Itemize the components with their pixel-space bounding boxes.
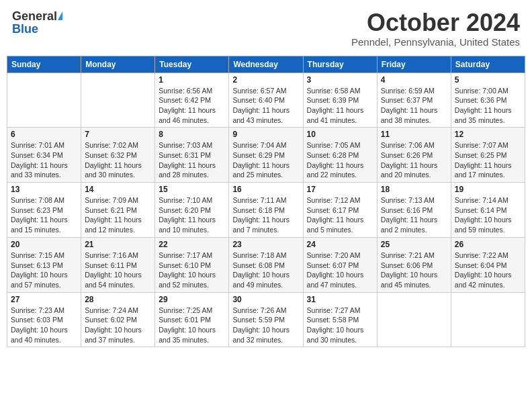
day-info: Sunrise: 7:07 AM Sunset: 6:25 PM Dayligh… [455, 140, 521, 180]
day-number: 15 [159, 185, 225, 194]
calendar-cell: 11Sunrise: 7:06 AM Sunset: 6:26 PM Dayli… [377, 128, 451, 183]
weekday-header-friday: Friday [377, 56, 451, 73]
day-info: Sunrise: 6:57 AM Sunset: 6:40 PM Dayligh… [232, 86, 299, 126]
day-number: 2 [232, 75, 299, 85]
day-number: 3 [307, 75, 373, 85]
day-number: 26 [455, 240, 521, 249]
calendar-week-4: 20Sunrise: 7:15 AM Sunset: 6:13 PM Dayli… [7, 237, 525, 292]
day-number: 1 [159, 75, 225, 85]
day-number: 16 [232, 185, 299, 194]
day-number: 20 [11, 240, 77, 249]
day-info: Sunrise: 7:27 AM Sunset: 5:58 PM Dayligh… [307, 306, 373, 345]
day-number: 9 [232, 130, 299, 139]
weekday-header-monday: Monday [81, 56, 155, 73]
day-info: Sunrise: 7:16 AM Sunset: 6:11 PM Dayligh… [85, 250, 151, 290]
calendar-cell: 3Sunrise: 6:58 AM Sunset: 6:39 PM Daylig… [303, 73, 377, 128]
day-info: Sunrise: 7:11 AM Sunset: 6:18 PM Dayligh… [232, 195, 299, 235]
day-info: Sunrise: 6:56 AM Sunset: 6:42 PM Dayligh… [159, 86, 225, 126]
title-block: October 2024 Penndel, Pennsylvania, Unit… [351, 9, 520, 48]
calendar-week-5: 27Sunrise: 7:23 AM Sunset: 6:03 PM Dayli… [7, 292, 525, 347]
day-number: 12 [455, 130, 521, 139]
location-text: Penndel, Pennsylvania, United States [351, 36, 520, 48]
calendar-cell: 12Sunrise: 7:07 AM Sunset: 6:25 PM Dayli… [451, 128, 525, 183]
calendar-cell: 14Sunrise: 7:09 AM Sunset: 6:21 PM Dayli… [81, 183, 155, 238]
day-info: Sunrise: 7:17 AM Sunset: 6:10 PM Dayligh… [159, 250, 225, 290]
day-number: 28 [85, 295, 151, 304]
day-info: Sunrise: 7:23 AM Sunset: 6:03 PM Dayligh… [11, 306, 77, 345]
day-number: 8 [159, 130, 225, 139]
day-info: Sunrise: 7:15 AM Sunset: 6:13 PM Dayligh… [11, 250, 77, 290]
day-info: Sunrise: 7:03 AM Sunset: 6:31 PM Dayligh… [159, 140, 225, 180]
logo-general-text: General [12, 9, 57, 24]
calendar-cell: 29Sunrise: 7:25 AM Sunset: 6:01 PM Dayli… [155, 292, 229, 347]
calendar-cell: 9Sunrise: 7:04 AM Sunset: 6:29 PM Daylig… [229, 128, 303, 183]
day-number: 31 [307, 295, 373, 304]
calendar-week-2: 6Sunrise: 7:01 AM Sunset: 6:34 PM Daylig… [7, 128, 525, 183]
day-info: Sunrise: 7:20 AM Sunset: 6:07 PM Dayligh… [307, 250, 373, 290]
calendar-cell [81, 73, 155, 128]
day-number: 18 [381, 185, 447, 194]
calendar-cell: 22Sunrise: 7:17 AM Sunset: 6:10 PM Dayli… [155, 237, 229, 292]
calendar-cell: 6Sunrise: 7:01 AM Sunset: 6:34 PM Daylig… [7, 128, 81, 183]
day-info: Sunrise: 7:06 AM Sunset: 6:26 PM Dayligh… [381, 140, 447, 180]
calendar-cell: 13Sunrise: 7:08 AM Sunset: 6:23 PM Dayli… [7, 183, 81, 238]
day-number: 17 [307, 185, 373, 194]
day-number: 29 [159, 295, 225, 304]
day-number: 25 [381, 240, 447, 249]
day-info: Sunrise: 7:04 AM Sunset: 6:29 PM Dayligh… [232, 140, 299, 180]
day-number: 4 [381, 75, 447, 85]
calendar-cell: 23Sunrise: 7:18 AM Sunset: 6:08 PM Dayli… [229, 237, 303, 292]
calendar-cell: 10Sunrise: 7:05 AM Sunset: 6:28 PM Dayli… [303, 128, 377, 183]
calendar-cell: 25Sunrise: 7:21 AM Sunset: 6:06 PM Dayli… [377, 237, 451, 292]
calendar-cell: 31Sunrise: 7:27 AM Sunset: 5:58 PM Dayli… [303, 292, 377, 347]
calendar-body: 1Sunrise: 6:56 AM Sunset: 6:42 PM Daylig… [7, 73, 525, 347]
day-info: Sunrise: 7:08 AM Sunset: 6:23 PM Dayligh… [11, 195, 77, 235]
day-number: 30 [232, 295, 299, 304]
day-number: 24 [307, 240, 373, 249]
calendar-cell: 1Sunrise: 6:56 AM Sunset: 6:42 PM Daylig… [155, 73, 229, 128]
day-info: Sunrise: 7:10 AM Sunset: 6:20 PM Dayligh… [159, 195, 225, 235]
day-info: Sunrise: 7:25 AM Sunset: 6:01 PM Dayligh… [159, 306, 225, 345]
weekday-header-tuesday: Tuesday [155, 56, 229, 73]
weekday-header-wednesday: Wednesday [229, 56, 303, 73]
calendar-cell [451, 292, 525, 347]
logo: General Blue [12, 9, 62, 36]
day-info: Sunrise: 7:18 AM Sunset: 6:08 PM Dayligh… [232, 250, 299, 290]
calendar-week-1: 1Sunrise: 6:56 AM Sunset: 6:42 PM Daylig… [7, 73, 525, 128]
calendar-cell: 28Sunrise: 7:24 AM Sunset: 6:02 PM Dayli… [81, 292, 155, 347]
day-info: Sunrise: 7:13 AM Sunset: 6:16 PM Dayligh… [381, 195, 447, 235]
day-number: 11 [381, 130, 447, 139]
day-info: Sunrise: 7:09 AM Sunset: 6:21 PM Dayligh… [85, 195, 151, 235]
calendar-cell: 21Sunrise: 7:16 AM Sunset: 6:11 PM Dayli… [81, 237, 155, 292]
weekday-header-sunday: Sunday [7, 56, 81, 73]
day-info: Sunrise: 7:24 AM Sunset: 6:02 PM Dayligh… [85, 306, 151, 345]
page-header: General Blue October 2024 Penndel, Penns… [7, 7, 525, 50]
day-info: Sunrise: 7:00 AM Sunset: 6:36 PM Dayligh… [455, 86, 521, 126]
day-number: 7 [85, 130, 151, 139]
day-info: Sunrise: 7:05 AM Sunset: 6:28 PM Dayligh… [307, 140, 373, 180]
calendar-cell [7, 73, 81, 128]
day-number: 27 [11, 295, 77, 304]
day-info: Sunrise: 7:22 AM Sunset: 6:04 PM Dayligh… [455, 250, 521, 290]
calendar-cell: 5Sunrise: 7:00 AM Sunset: 6:36 PM Daylig… [451, 73, 525, 128]
calendar-cell: 30Sunrise: 7:26 AM Sunset: 5:59 PM Dayli… [229, 292, 303, 347]
day-info: Sunrise: 6:59 AM Sunset: 6:37 PM Dayligh… [381, 86, 447, 126]
calendar-cell: 18Sunrise: 7:13 AM Sunset: 6:16 PM Dayli… [377, 183, 451, 238]
day-info: Sunrise: 7:26 AM Sunset: 5:59 PM Dayligh… [232, 306, 299, 345]
day-info: Sunrise: 7:12 AM Sunset: 6:17 PM Dayligh… [307, 195, 373, 235]
day-info: Sunrise: 7:02 AM Sunset: 6:32 PM Dayligh… [85, 140, 151, 180]
calendar-cell: 4Sunrise: 6:59 AM Sunset: 6:37 PM Daylig… [377, 73, 451, 128]
calendar-cell: 19Sunrise: 7:14 AM Sunset: 6:14 PM Dayli… [451, 183, 525, 238]
day-number: 13 [11, 185, 77, 194]
weekday-header-row: SundayMondayTuesdayWednesdayThursdayFrid… [7, 56, 525, 73]
calendar-week-3: 13Sunrise: 7:08 AM Sunset: 6:23 PM Dayli… [7, 183, 525, 238]
weekday-header-saturday: Saturday [451, 56, 525, 73]
day-number: 5 [455, 75, 521, 85]
day-info: Sunrise: 7:01 AM Sunset: 6:34 PM Dayligh… [11, 140, 77, 180]
calendar-cell: 26Sunrise: 7:22 AM Sunset: 6:04 PM Dayli… [451, 237, 525, 292]
day-number: 19 [455, 185, 521, 194]
calendar-cell: 16Sunrise: 7:11 AM Sunset: 6:18 PM Dayli… [229, 183, 303, 238]
day-number: 10 [307, 130, 373, 139]
calendar-cell: 7Sunrise: 7:02 AM Sunset: 6:32 PM Daylig… [81, 128, 155, 183]
day-number: 22 [159, 240, 225, 249]
